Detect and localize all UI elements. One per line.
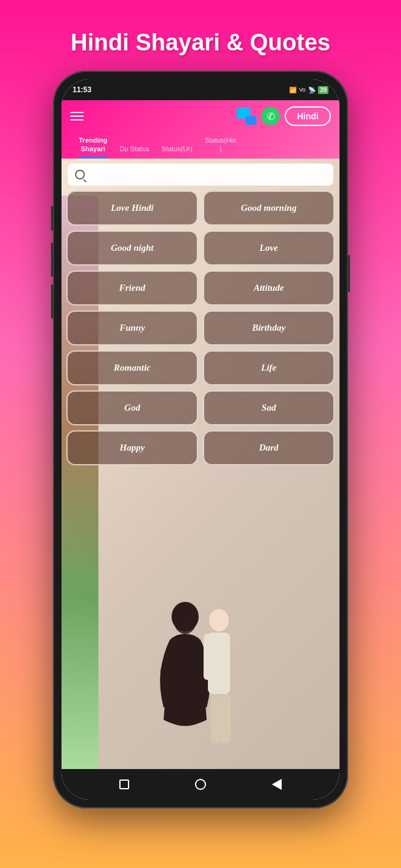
volume-down-button [51, 243, 54, 277]
battery-badge: 39 [318, 86, 328, 94]
search-bar[interactable] [68, 164, 333, 186]
category-grid: Love Hindi Good morning Good night Love … [66, 191, 335, 465]
couple-silhouette [151, 597, 250, 769]
tab-bar: Trending Shayari Dp Status Status(Ur) St… [70, 132, 331, 159]
nav-square-button[interactable] [117, 777, 132, 792]
category-attitude[interactable]: Attitude [203, 270, 335, 306]
search-input[interactable] [90, 170, 326, 179]
svg-rect-5 [211, 694, 221, 743]
category-funny[interactable]: Funny [66, 310, 198, 345]
header-top: ✆ Hindi [70, 106, 331, 126]
category-birthday[interactable]: Birthday [203, 310, 335, 345]
category-good-night[interactable]: Good night [66, 231, 198, 266]
page-title: Hindi Shayari & Quotes [71, 30, 330, 56]
whatsapp-symbol: ✆ [267, 111, 275, 122]
menu-line-1 [70, 112, 84, 113]
category-romantic[interactable]: Romantic [66, 350, 198, 385]
hindi-button[interactable]: Hindi [285, 106, 331, 126]
menu-line-3 [70, 119, 84, 120]
circle-icon [195, 779, 206, 790]
header-icons: ✆ Hindi [237, 106, 331, 126]
phone-frame: 11:53 📶 Vo 📡 39 [53, 71, 348, 808]
category-love-hindi[interactable]: Love Hindi [66, 191, 198, 226]
menu-button[interactable] [70, 112, 84, 120]
category-life[interactable]: Life [203, 350, 335, 385]
category-good-morning[interactable]: Good morning [203, 191, 335, 226]
signal-icon: 📶 [289, 87, 296, 93]
triangle-icon [272, 779, 282, 790]
chat-icon[interactable] [237, 108, 256, 125]
svg-rect-6 [221, 694, 231, 743]
power-button [347, 255, 350, 292]
nav-back-button[interactable] [269, 777, 284, 792]
chat-bubble-2 [245, 116, 256, 125]
category-god[interactable]: God [66, 390, 198, 425]
svg-rect-4 [221, 634, 229, 680]
status-bar: 11:53 📶 Vo 📡 39 [62, 79, 339, 100]
tab-status-hin[interactable]: Status(Hin ) [199, 132, 242, 159]
square-icon [119, 779, 129, 789]
category-happy[interactable]: Happy [66, 430, 198, 465]
svg-point-7 [172, 602, 199, 631]
whatsapp-icon[interactable]: ✆ [261, 107, 280, 125]
tab-dp-status[interactable]: Dp Status [113, 141, 155, 158]
vo-label: Vo [299, 87, 306, 93]
volume-up-button [51, 206, 54, 231]
category-sad[interactable]: Sad [203, 390, 335, 425]
status-icons: 📶 Vo 📡 39 [289, 86, 328, 94]
search-icon [75, 170, 85, 180]
nav-home-button[interactable] [193, 777, 208, 792]
status-time: 11:53 [73, 85, 92, 94]
svg-point-1 [209, 609, 229, 631]
notch [157, 79, 244, 98]
category-dard[interactable]: Dard [203, 430, 335, 465]
category-love[interactable]: Love [203, 231, 335, 266]
app-header: ✆ Hindi Trending Shayari Dp Status Statu… [62, 100, 339, 159]
tab-trending-shayari[interactable]: Trending Shayari [73, 132, 113, 159]
content-area: Love Hindi Good morning Good night Love … [62, 159, 339, 769]
wifi-icon: 📡 [308, 87, 316, 93]
phone-screen: 11:53 📶 Vo 📡 39 [62, 79, 339, 800]
silent-button [51, 285, 54, 318]
svg-rect-3 [204, 634, 212, 680]
tab-status-ur[interactable]: Status(Ur) [156, 141, 199, 158]
menu-line-2 [70, 116, 84, 117]
category-friend[interactable]: Friend [66, 270, 198, 306]
bottom-nav [62, 769, 339, 800]
